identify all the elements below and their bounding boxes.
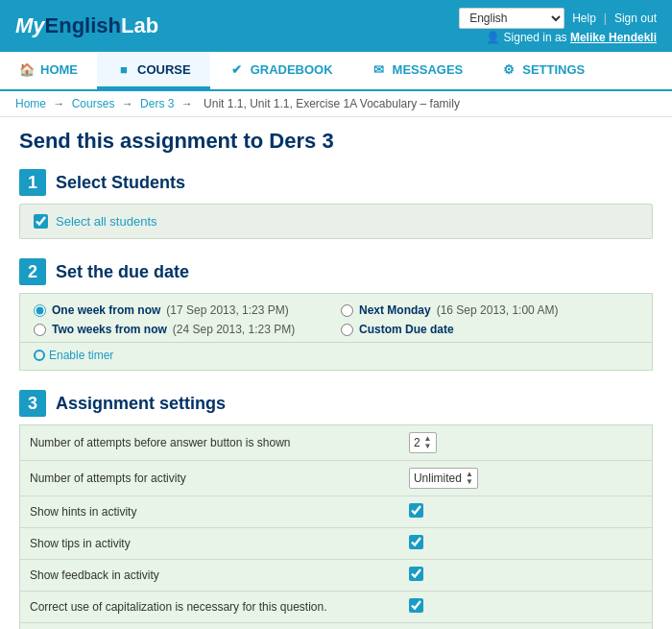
section-1-number: 1 xyxy=(19,169,46,196)
spinner-attempts-activity[interactable]: Unlimited ▲ ▼ xyxy=(409,468,478,489)
table-row: Check punctuation xyxy=(20,623,653,630)
gradebook-icon: ✔ xyxy=(229,61,245,77)
section-2-number: 2 xyxy=(19,258,46,285)
nav-messages[interactable]: ✉ MESSAGES xyxy=(352,52,483,89)
signed-in-prefix: Signed in as xyxy=(504,31,567,44)
header-top-row: English Spanish French Help | Sign out xyxy=(459,8,657,29)
header-right: English Spanish French Help | Sign out 👤… xyxy=(459,8,657,44)
radio-two-weeks-label: Two weeks from now xyxy=(52,323,167,336)
bc-arrow1: → xyxy=(53,97,67,110)
setting-value-feedback xyxy=(399,560,653,592)
setting-value-tips xyxy=(399,528,653,560)
setting-label-hints: Show hints in activity xyxy=(20,496,399,528)
down-arrow-icon[interactable]: ▼ xyxy=(424,443,432,450)
course-icon: ■ xyxy=(116,61,132,77)
logo-my: My xyxy=(15,13,45,37)
radio-two-weeks: Two weeks from now (24 Sep 2013, 1:23 PM… xyxy=(34,323,331,336)
table-row: Show hints in activity xyxy=(20,496,653,528)
messages-icon: ✉ xyxy=(372,61,387,77)
nav-gradebook-label: GRADEBOOK xyxy=(251,62,333,77)
person-icon: 👤 xyxy=(486,31,500,44)
section-3: 3 Assignment settings Number of attempts… xyxy=(19,390,653,629)
radio-custom-due-label: Custom Due date xyxy=(359,323,454,336)
section-2-header: 2 Set the due date xyxy=(19,258,653,285)
breadcrumb-courses[interactable]: Courses xyxy=(72,97,115,110)
select-all-checkbox[interactable] xyxy=(34,214,48,229)
select-all-row: Select all students xyxy=(34,214,638,229)
breadcrumb-ders3[interactable]: Ders 3 xyxy=(140,97,174,110)
section-1: 1 Select Students Select all students xyxy=(19,169,653,239)
section-1-body: Select all students xyxy=(19,204,653,239)
checkbox-tips[interactable] xyxy=(409,535,423,549)
due-date-options: One week from now (17 Sep 2013, 1:23 PM)… xyxy=(19,293,653,343)
nav-home[interactable]: 🏠 HOME xyxy=(0,52,97,89)
radio-next-monday-label: Next Monday xyxy=(359,303,431,317)
radio-two-weeks-input[interactable] xyxy=(34,324,46,336)
page-content: Send this assignment to Ders 3 1 Select … xyxy=(0,117,672,629)
setting-value-punctuation xyxy=(399,623,653,630)
spinner-arrows[interactable]: ▲ ▼ xyxy=(466,471,473,486)
breadcrumb-exercise: Unit 1.1, Unit 1.1, Exercise 1A Vocabula… xyxy=(204,97,460,110)
setting-label-punctuation: Check punctuation xyxy=(20,623,399,630)
radio-one-week-date: (17 Sep 2013, 1:23 PM) xyxy=(166,303,288,317)
settings-table: Number of attempts before answer button … xyxy=(19,424,653,629)
enable-timer-link[interactable]: Enable timer xyxy=(34,349,638,362)
section-3-header: 3 Assignment settings xyxy=(19,390,653,417)
home-icon: 🏠 xyxy=(19,61,35,77)
language-select[interactable]: English Spanish French xyxy=(459,8,564,29)
section-2: 2 Set the due date One week from now (17… xyxy=(19,258,653,371)
nav-settings[interactable]: ⚙ SETTINGS xyxy=(482,52,604,89)
nav-messages-label: MESSAGES xyxy=(393,62,464,77)
breadcrumb-home[interactable]: Home xyxy=(15,97,46,110)
radio-next-monday-date: (16 Sep 2013, 1:00 AM) xyxy=(437,303,559,317)
settings-icon: ⚙ xyxy=(501,61,516,77)
setting-label-capitalization: Correct use of capitalization is necessa… xyxy=(20,592,399,623)
help-link[interactable]: Help xyxy=(572,12,596,25)
radio-two-weeks-date: (24 Sep 2013, 1:23 PM) xyxy=(173,323,295,336)
checkbox-feedback[interactable] xyxy=(409,567,423,581)
section-3-number: 3 xyxy=(19,390,46,417)
setting-label-tips: Show tips in activity xyxy=(20,528,399,560)
top-header: MyEnglishLab English Spanish French Help… xyxy=(0,0,672,52)
radio-next-monday: Next Monday (16 Sep 2013, 1:00 AM) xyxy=(341,303,638,317)
signout-link[interactable]: Sign out xyxy=(614,12,657,25)
logo-lab: Lab xyxy=(121,13,158,37)
logo: MyEnglishLab xyxy=(15,13,158,38)
table-row: Show feedback in activity xyxy=(20,560,653,592)
checkbox-capitalization[interactable] xyxy=(409,598,423,613)
nav-gradebook[interactable]: ✔ GRADEBOOK xyxy=(210,52,352,89)
bc-arrow3: → xyxy=(181,97,196,110)
timer-circle-icon xyxy=(34,350,45,361)
checkbox-hints[interactable] xyxy=(409,503,423,518)
setting-value-hints xyxy=(399,496,653,528)
radio-one-week-input[interactable] xyxy=(34,304,46,317)
setting-value-attempts-activity: Unlimited ▲ ▼ xyxy=(399,461,653,496)
pipe-divider: | xyxy=(604,12,607,25)
enable-timer-row: Enable timer xyxy=(19,343,653,371)
breadcrumb: Home → Courses → Ders 3 → Unit 1.1, Unit… xyxy=(0,91,672,117)
table-row: Show tips in activity xyxy=(20,528,653,560)
nav-course[interactable]: ■ COURSE xyxy=(97,52,210,89)
logo-english: English xyxy=(45,13,121,37)
down-arrow-icon[interactable]: ▼ xyxy=(466,478,473,486)
spinner-arrows[interactable]: ▲ ▼ xyxy=(424,435,432,450)
radio-custom-due: Custom Due date xyxy=(341,323,638,336)
page-title: Send this assignment to Ders 3 xyxy=(19,129,653,154)
section-3-title: Assignment settings xyxy=(56,394,226,414)
setting-label-attempts-answer: Number of attempts before answer button … xyxy=(20,425,399,461)
header-links: Help | Sign out xyxy=(572,12,657,25)
radio-next-monday-input[interactable] xyxy=(341,304,353,317)
nav-course-label: COURSE xyxy=(137,62,191,77)
bc-arrow2: → xyxy=(122,97,136,110)
enable-timer-label: Enable timer xyxy=(49,349,113,362)
spinner-attempts-answer[interactable]: 2 ▲ ▼ xyxy=(409,432,437,453)
table-row: Number of attempts for activity Unlimite… xyxy=(20,461,653,496)
spinner-value: Unlimited xyxy=(414,472,462,485)
radio-one-week: One week from now (17 Sep 2013, 1:23 PM) xyxy=(34,303,331,317)
user-name-link[interactable]: Melike Hendekli xyxy=(570,31,657,44)
setting-value-capitalization xyxy=(399,592,653,623)
setting-value-attempts-answer: 2 ▲ ▼ xyxy=(399,425,653,461)
radio-custom-due-input[interactable] xyxy=(341,324,353,336)
select-all-label[interactable]: Select all students xyxy=(56,214,157,229)
main-nav: 🏠 HOME ■ COURSE ✔ GRADEBOOK ✉ MESSAGES ⚙… xyxy=(0,52,672,91)
